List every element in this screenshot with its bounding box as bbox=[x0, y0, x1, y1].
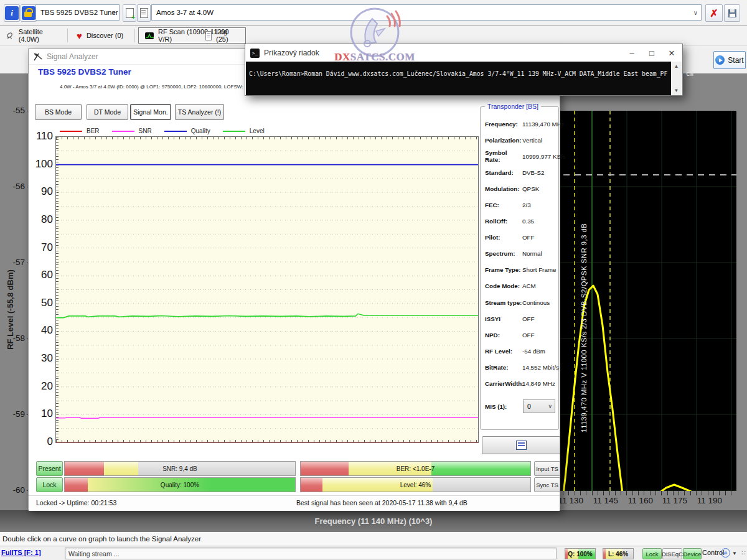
transponder-field-value: OFF bbox=[522, 234, 535, 241]
diseqc-label: DiSEqC bbox=[662, 551, 683, 558]
spectrum-y-tick-label: -56 bbox=[4, 182, 25, 191]
edit-transponder-button[interactable] bbox=[137, 4, 151, 22]
control-icon[interactable]: # bbox=[721, 548, 730, 558]
play-icon bbox=[715, 55, 725, 65]
lock-label: Lock bbox=[42, 481, 56, 488]
minimize-button[interactable]: – bbox=[621, 44, 642, 62]
satellite-combobox-value: Amos 3-7 at 4.0W bbox=[156, 9, 214, 16]
signal-window-statusline: Locked -> Uptime: 00:21:53 Best signal h… bbox=[29, 495, 560, 511]
scroll-up-icon[interactable]: ▲ bbox=[671, 62, 682, 71]
transponder-field-value: 14,849 MHz bbox=[522, 380, 555, 387]
console-output[interactable]: C:\Users\Roman>Roman Dávid_www.dxsatcs.c… bbox=[246, 62, 682, 95]
chevron-down-icon: ∨ bbox=[693, 9, 698, 16]
transponder-row: Polarization:Vertical bbox=[481, 132, 558, 148]
satellite-combobox[interactable]: Amos 3-7 at 4.0W ∨ bbox=[151, 4, 702, 21]
transponder-row: FEC:2/3 bbox=[481, 197, 558, 213]
sync-ts-label: Sync TS bbox=[536, 482, 558, 488]
console-prompt-line: C:\Users\Roman>Roman Dávid_www.dxsatcs.c… bbox=[249, 70, 693, 77]
legend-color-dash bbox=[164, 131, 187, 132]
snr-bar-text: SNR: 9,4 dB bbox=[65, 462, 295, 475]
transponder-row: Frame Type:Short Frame bbox=[481, 262, 558, 278]
tab-discover-label: Discover (0) bbox=[87, 32, 123, 39]
tab-discover[interactable]: ♥ Discover (0) bbox=[70, 27, 133, 44]
transponder-field-label: Modulation: bbox=[485, 185, 522, 192]
delete-button[interactable]: ✗ bbox=[705, 4, 723, 22]
scroll-down-icon[interactable]: ▼ bbox=[671, 86, 682, 95]
transponder-field-label: Code Mode: bbox=[485, 282, 522, 289]
level-bar: Level: 46% bbox=[300, 477, 531, 492]
transponder-field-value: Vertical bbox=[522, 137, 542, 144]
transponder-field-label: NPD: bbox=[485, 332, 522, 338]
signal-chart-plot[interactable] bbox=[55, 136, 479, 443]
transponder-field-value: DVB-S2 bbox=[522, 169, 544, 176]
spectrum-x-tick-label: 11 145 bbox=[586, 496, 626, 505]
main-tabbar: Satellite (4.0W) ♥ Discover (0) RF Scan … bbox=[0, 26, 747, 45]
transponder-rows: Frequency:11139,470 MHzPolarization:Vert… bbox=[481, 116, 558, 392]
tab-log-label: Log (25) bbox=[216, 28, 237, 43]
tab-separator bbox=[134, 29, 135, 42]
y-axis-tick-label: 40 bbox=[29, 324, 53, 337]
maximize-icon: □ bbox=[649, 49, 654, 58]
legend-label: Level bbox=[250, 128, 265, 134]
tab-ts-analyzer[interactable]: TS Analyzer (!) bbox=[175, 104, 224, 120]
lock-button[interactable] bbox=[21, 4, 37, 22]
tab-dt-mode-label: DT Mode bbox=[94, 108, 121, 116]
lock-status-button: Lock bbox=[642, 548, 662, 559]
log-page-icon bbox=[205, 31, 212, 40]
command-prompt-titlebar[interactable]: >_ Príkazový riadok bbox=[245, 44, 682, 62]
transponder-field-label: BitRate: bbox=[485, 364, 522, 371]
info-icon: i bbox=[5, 6, 19, 20]
diseqc-button[interactable]: DiSEqC bbox=[662, 548, 682, 559]
command-prompt-window: >_ Príkazový riadok – □ ✕ C:\Users\Roman… bbox=[245, 44, 683, 96]
input-ts-button[interactable]: Input TS bbox=[534, 461, 560, 476]
tuner-select-value: TBS 5925 DVBS2 Tuner bbox=[40, 9, 118, 16]
maximize-button[interactable]: □ bbox=[641, 44, 662, 62]
transponder-field-value: OFF bbox=[522, 315, 535, 322]
tab-signal-mon[interactable]: Signal Mon. bbox=[130, 104, 171, 120]
tuner-select[interactable]: TBS 5925 DVBS2 Tuner ∨ bbox=[35, 4, 120, 21]
start-button[interactable]: Start bbox=[713, 51, 746, 69]
spectrum-x-axis-title-band: Frequency (11 140 MHz) (10^3) bbox=[0, 510, 747, 532]
legend-item: Level bbox=[223, 128, 265, 134]
tab-ts-analyzer-label: TS Analyzer (!) bbox=[178, 108, 221, 116]
control-glyph: # bbox=[724, 550, 727, 556]
info-button[interactable]: i bbox=[4, 4, 20, 22]
spectrum-x-axis-title: Frequency (11 140 MHz) (10^3) bbox=[315, 516, 433, 526]
control-dropdown-icon[interactable]: ▼ bbox=[732, 551, 737, 556]
signal-analyzer-title: Signal Analyzer bbox=[47, 52, 98, 61]
tab-satellite[interactable]: Satellite (4.0W) bbox=[0, 27, 65, 44]
transponder-field-label: Standard: bbox=[485, 169, 522, 176]
stream-capture-icon bbox=[516, 441, 527, 450]
mis-label: MIS (1): bbox=[485, 403, 507, 410]
present-label: Present bbox=[38, 465, 60, 472]
tab-dt-mode[interactable]: DT Mode bbox=[87, 104, 128, 120]
y-axis-tick-label: 10 bbox=[29, 408, 53, 420]
hint-text: Double click on a curve on graph to laun… bbox=[2, 535, 201, 543]
close-button[interactable]: ✕ bbox=[661, 44, 682, 62]
new-page-icon: + bbox=[126, 8, 134, 18]
add-transponder-button[interactable]: + bbox=[123, 4, 136, 22]
device-button[interactable]: Device bbox=[683, 548, 702, 559]
console-scrollbar[interactable]: ▲ ▼ bbox=[671, 62, 682, 95]
transponder-row: Stream type:Continous bbox=[481, 294, 558, 310]
transponder-row: Symbol Rate:10999,977 KS/s bbox=[481, 148, 558, 164]
save-button[interactable] bbox=[724, 4, 740, 22]
transponder-field-label: Symbol Rate: bbox=[485, 149, 522, 163]
stream-status-text: Waiting stream ... bbox=[68, 550, 119, 558]
transponder-row: CarrierWidth:14,849 MHz bbox=[481, 376, 558, 392]
transponder-field-value: OFF bbox=[522, 332, 535, 338]
spectrum-x-tick-label: 11 175 bbox=[655, 496, 695, 505]
tab-log[interactable]: Log (25) bbox=[199, 27, 243, 44]
transponder-field-label: Pilot: bbox=[485, 234, 522, 241]
sync-ts-button[interactable]: Sync TS bbox=[534, 477, 560, 492]
fullts-link[interactable]: FullTS [F: 1] bbox=[1, 549, 41, 556]
spectrum-ylabels: -55-56-57-58-59-60 bbox=[4, 111, 29, 491]
tab-bs-mode[interactable]: BS Mode bbox=[35, 104, 82, 120]
transponder-field-value: QPSK bbox=[522, 185, 539, 192]
ber-bar-text: BER: <1.0E-7 bbox=[301, 462, 530, 475]
mis-select[interactable]: 0 ∨ bbox=[523, 399, 555, 413]
stream-capture-button[interactable] bbox=[482, 436, 560, 454]
spectrum-y-tick-label: -57 bbox=[4, 258, 25, 267]
spectrum-x-tick-label: 11 190 bbox=[690, 496, 730, 505]
spectrum-y-tick-label: -55 bbox=[4, 106, 25, 115]
